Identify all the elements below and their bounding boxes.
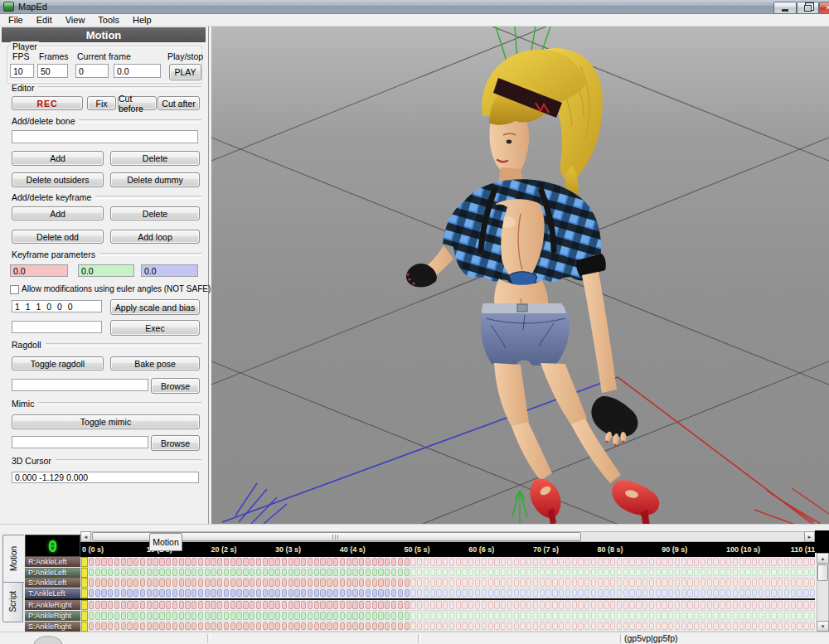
keyframe-cell[interactable] [436, 622, 441, 631]
keyframe-cell[interactable] [623, 569, 628, 577]
keyframe-cell[interactable] [443, 569, 448, 577]
keyframe-cell[interactable] [340, 558, 345, 566]
keyframe-cell[interactable] [713, 579, 718, 587]
keyframe-cell[interactable] [127, 579, 132, 587]
keyframe-cell[interactable] [629, 612, 634, 620]
keyframe-cell[interactable] [385, 558, 390, 566]
keyframe-cell[interactable] [205, 622, 210, 631]
keyframe-cell[interactable] [256, 612, 261, 620]
keyframe-cell[interactable] [391, 569, 396, 577]
keyframe-cell[interactable] [378, 612, 383, 620]
keyframe-cell[interactable] [385, 612, 390, 620]
keyframe-cell[interactable] [494, 558, 499, 566]
keyframe-cell[interactable] [95, 579, 100, 587]
keyframe-cell[interactable] [545, 558, 550, 566]
track-strip[interactable] [80, 600, 815, 611]
keyframe-cell[interactable] [687, 622, 692, 631]
keyframe-cell[interactable] [417, 569, 422, 577]
keyframe-cell[interactable] [771, 601, 776, 609]
keyframe-cell[interactable] [198, 601, 203, 609]
keyframe-cell[interactable] [405, 612, 410, 620]
track-strip[interactable] [80, 588, 815, 599]
keyframe-cell[interactable] [405, 579, 410, 587]
keyframe-cell[interactable] [166, 569, 171, 577]
keyframe-cell[interactable] [185, 558, 190, 566]
keyframe-cell[interactable] [584, 601, 589, 609]
keyframe-cell[interactable] [108, 569, 113, 577]
side-tab-script[interactable]: Script [2, 581, 23, 622]
keyframe-cell[interactable] [282, 622, 287, 631]
keyframe-cell[interactable] [520, 622, 525, 631]
keyframe-cell[interactable] [745, 622, 750, 631]
track-label[interactable]: T:AnkleLeft [25, 588, 80, 598]
keyframe-cell[interactable] [191, 569, 196, 577]
keyframe-cell[interactable] [501, 612, 506, 620]
keyframe-cell[interactable] [726, 601, 731, 609]
keyframe-cell[interactable] [526, 622, 531, 631]
keyframe-cell[interactable] [771, 622, 776, 631]
keyframe-cell[interactable] [610, 622, 615, 631]
keyframe-cell[interactable] [230, 601, 235, 609]
keyframe-cell[interactable] [694, 569, 699, 577]
minimize-button[interactable] [773, 2, 797, 14]
keyframe-cell[interactable] [482, 612, 487, 620]
keyframe-cell[interactable] [320, 558, 325, 566]
keyframe-cell[interactable] [636, 569, 641, 577]
keyframe-cell[interactable] [263, 589, 268, 598]
keyframe-cell[interactable] [417, 589, 422, 598]
keyframe-cell[interactable] [759, 622, 764, 631]
keyframe-cell[interactable] [282, 579, 287, 587]
keyframe-cell[interactable] [436, 579, 441, 587]
keyframe-cell[interactable] [366, 579, 371, 587]
keyframe-cell[interactable] [224, 622, 229, 631]
keyframe-cell[interactable] [778, 558, 783, 566]
keyframe-cell[interactable] [347, 601, 351, 609]
keyframe-cell[interactable] [191, 601, 196, 609]
hscroll-right-arrow[interactable]: ▸ [804, 531, 815, 542]
keyframe-cell[interactable] [147, 622, 152, 631]
bake-pose-button[interactable]: Bake pose [110, 356, 200, 370]
keyframe-cell[interactable] [230, 558, 235, 566]
keyframe-cell[interactable] [604, 569, 608, 577]
keyframe-cell[interactable] [95, 612, 100, 620]
keyframe-cell[interactable] [552, 612, 557, 620]
keyframe-cell[interactable] [172, 601, 177, 609]
keyframe-cell[interactable] [752, 569, 757, 577]
keyframe-cell[interactable] [752, 579, 757, 587]
keyframe-cell[interactable] [745, 612, 750, 620]
keyframe-cell[interactable] [352, 589, 357, 598]
keyframe-cell[interactable] [759, 601, 764, 609]
keyframe-cell[interactable] [424, 558, 429, 566]
keyframe-cell[interactable] [675, 558, 680, 566]
keyframe-cell[interactable] [114, 558, 119, 566]
keyframe-cell[interactable] [275, 579, 280, 587]
keyframe-cell[interactable] [314, 612, 319, 620]
keyframe-cell[interactable] [771, 589, 776, 598]
keyframe-cell[interactable] [662, 622, 667, 631]
frames-input[interactable] [37, 64, 68, 78]
viewport-3d[interactable] [211, 27, 829, 524]
keyframe-cell[interactable] [211, 579, 216, 587]
keyframe-cell[interactable] [114, 579, 119, 587]
keyframe-cell[interactable] [198, 589, 203, 598]
keyframe-cell[interactable] [540, 601, 545, 609]
keyframe-cell[interactable] [269, 558, 274, 566]
keyframe-cell[interactable] [443, 579, 448, 587]
keyframe-cell[interactable] [443, 558, 448, 566]
keyframe-cell[interactable] [604, 622, 608, 631]
keyframe-cell[interactable] [468, 612, 473, 620]
keyframe-cell[interactable] [430, 589, 435, 598]
keyframe-cell[interactable] [668, 622, 673, 631]
keyframe-cell[interactable] [320, 579, 325, 587]
keyframe-cell[interactable] [314, 622, 319, 631]
keyframe-cell[interactable] [250, 579, 255, 587]
keyframe-cell[interactable] [565, 569, 570, 577]
keyframe-cell[interactable] [668, 601, 673, 609]
keyframe-cell[interactable] [482, 579, 487, 587]
keyframe-cell[interactable] [147, 589, 152, 598]
keyframe-cell[interactable] [662, 579, 667, 587]
keyframe-cell[interactable] [629, 589, 634, 598]
keyframe-cell[interactable] [598, 558, 603, 566]
keyframe-cell[interactable] [552, 622, 557, 631]
keyframe-cell[interactable] [282, 601, 287, 609]
